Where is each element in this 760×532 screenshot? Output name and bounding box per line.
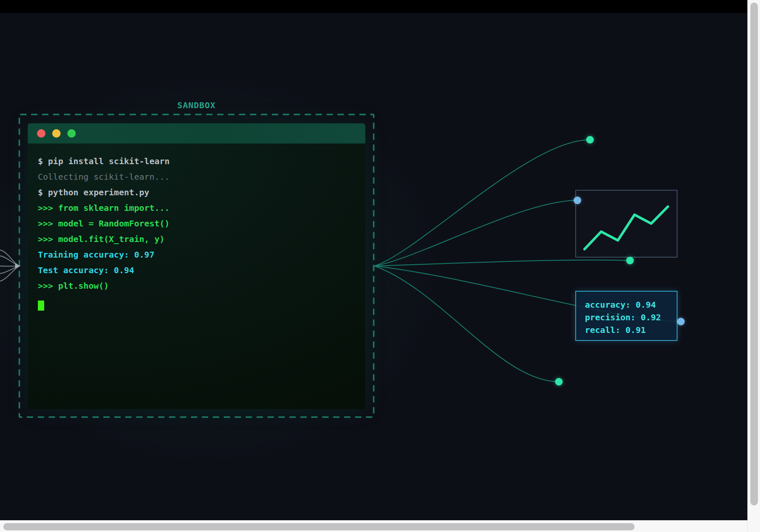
canvas[interactable]: SANDBOX $ pip install scikit-learn Colle… [0, 0, 747, 520]
terminal-cursor [38, 301, 44, 311]
graph-node-chart[interactable] [574, 197, 581, 204]
terminal-line: Test accuracy: 0.94 [38, 263, 365, 278]
graph-node-bottom[interactable] [555, 378, 563, 386]
sparkline-path [585, 207, 668, 249]
edge-left-5 [0, 266, 19, 281]
terminal-line: >>> from sklearn import... [38, 200, 365, 216]
graph-node-mid[interactable] [626, 257, 634, 264]
close-button-icon[interactable] [37, 129, 45, 138]
metric-precision: precision: 0.92 [585, 311, 677, 324]
horizontal-scrollbar-thumb[interactable] [3, 523, 635, 530]
terminal-titlebar[interactable] [28, 123, 365, 144]
terminal-line: $ python experiment.py [38, 185, 365, 200]
zoom-button-icon[interactable] [67, 129, 76, 138]
terminal-line: >>> plt.show() [38, 278, 365, 294]
edge-left-1 [0, 250, 19, 266]
metric-recall: recall: 0.91 [585, 324, 677, 336]
edge-to-chart-node [375, 200, 577, 266]
sandbox-label: SANDBOX [19, 100, 374, 110]
horizontal-scrollbar-track[interactable] [0, 520, 747, 532]
terminal-line: Training accuracy: 0.97 [38, 247, 365, 263]
vertical-scrollbar-track[interactable] [747, 0, 760, 532]
graph-node-metrics[interactable] [677, 318, 685, 325]
sparkline [576, 191, 677, 257]
metrics-node-panel[interactable]: accuracy: 0.94 precision: 0.92 recall: 0… [575, 291, 678, 341]
chart-node-panel[interactable] [575, 190, 678, 258]
terminal-line: >>> model = RandomForest() [38, 216, 365, 231]
terminal-line: Collecting scikit-learn... [38, 169, 365, 185]
metric-accuracy: accuracy: 0.94 [585, 298, 677, 311]
edge-to-node-top [375, 140, 590, 266]
vertical-scrollbar-thumb[interactable] [750, 3, 758, 505]
minimize-button-icon[interactable] [52, 129, 61, 138]
terminal-line: $ pip install scikit-learn [38, 154, 365, 169]
edge-to-node-bottom [375, 266, 559, 382]
edge-to-node-mid [375, 260, 630, 266]
terminal-window: $ pip install scikit-learn Collecting sc… [28, 123, 365, 409]
terminal-output: $ pip install scikit-learn Collecting sc… [28, 144, 365, 409]
terminal-line: >>> model.fit(X_train, y) [38, 231, 365, 247]
graph-node-top[interactable] [586, 136, 594, 144]
